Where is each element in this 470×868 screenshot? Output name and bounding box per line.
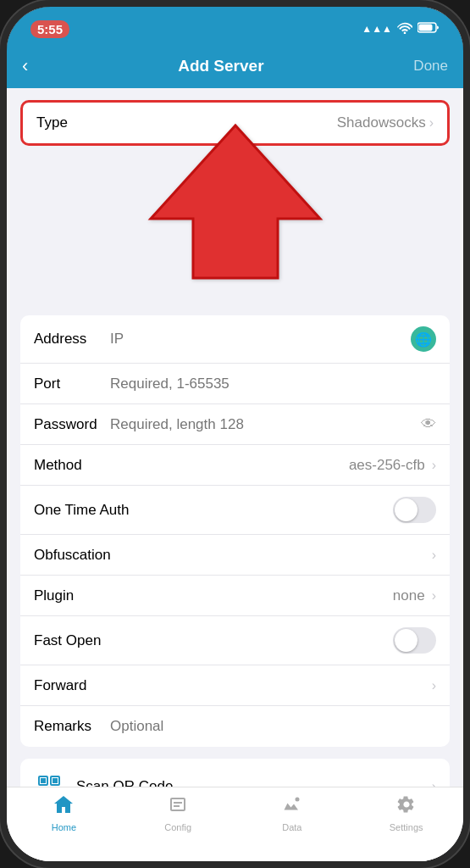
remarks-input[interactable]	[110, 718, 436, 735]
method-row[interactable]: Method aes-256-cfb ›	[20, 445, 450, 486]
wifi-icon	[397, 22, 412, 36]
address-label: Address	[34, 331, 110, 348]
svg-rect-6	[53, 778, 58, 783]
status-time: 5:55	[30, 20, 69, 38]
remarks-label: Remarks	[34, 718, 110, 735]
port-input[interactable]	[110, 376, 436, 392]
plugin-label: Plugin	[34, 587, 110, 604]
nav-bar: ‹ Add Server Done	[7, 44, 463, 88]
method-chevron: ›	[432, 458, 436, 473]
fast-open-toggle-knob	[395, 629, 417, 652]
port-label: Port	[34, 376, 110, 392]
address-row: Address 🌐	[20, 315, 450, 364]
toggle-knob	[395, 498, 417, 521]
type-value: Shadowsocks ›	[337, 114, 434, 131]
tab-settings-label: Settings	[390, 822, 423, 832]
fast-open-row: Fast Open	[20, 616, 450, 665]
type-chevron: ›	[429, 115, 434, 131]
type-row[interactable]: Type Shadowsocks ›	[23, 103, 447, 143]
tab-config-label: Config	[164, 822, 191, 832]
svg-point-14	[295, 798, 299, 802]
forward-label: Forward	[34, 677, 110, 694]
settings-icon	[395, 794, 417, 820]
plugin-row[interactable]: Plugin none ›	[20, 576, 450, 616]
home-icon	[53, 794, 75, 820]
done-button[interactable]: Done	[413, 58, 448, 75]
fast-open-toggle[interactable]	[393, 627, 436, 654]
tab-bar: Home Config Data	[7, 787, 463, 861]
tab-data-label: Data	[282, 822, 301, 832]
password-row: Password 👁	[20, 404, 450, 445]
page-title: Add Server	[178, 57, 263, 75]
type-label: Type	[36, 114, 68, 131]
tab-home[interactable]: Home	[7, 794, 121, 832]
remarks-row: Remarks	[20, 706, 450, 747]
forward-right: ›	[432, 678, 436, 693]
svg-rect-1	[419, 25, 433, 31]
tab-data[interactable]: Data	[235, 794, 350, 832]
svg-rect-4	[41, 778, 46, 783]
back-button[interactable]: ‹	[22, 55, 28, 77]
plugin-value: none ›	[393, 587, 436, 604]
address-input[interactable]	[110, 331, 411, 348]
port-row: Port	[20, 364, 450, 404]
password-input[interactable]	[110, 416, 421, 433]
status-bar: 5:55 ▲▲▲	[7, 7, 463, 44]
method-value: aes-256-cfb ›	[349, 457, 436, 474]
form-section: Address 🌐 Port Password 👁 Method aes-256…	[20, 315, 450, 747]
tab-settings[interactable]: Settings	[349, 794, 463, 832]
svg-marker-2	[151, 125, 320, 278]
one-time-auth-toggle[interactable]	[393, 497, 436, 523]
globe-icon: 🌐	[411, 326, 436, 352]
config-icon	[167, 794, 189, 820]
one-time-auth-label: One Time Auth	[34, 502, 169, 519]
one-time-auth-row: One Time Auth	[20, 486, 450, 535]
status-icons: ▲▲▲	[362, 22, 440, 36]
type-row-container: Type Shadowsocks ›	[20, 100, 450, 146]
signal-icon: ▲▲▲	[362, 23, 392, 35]
fast-open-label: Fast Open	[34, 632, 110, 649]
data-icon	[281, 794, 303, 820]
forward-row[interactable]: Forward ›	[20, 665, 450, 706]
battery-icon	[417, 22, 440, 36]
obfuscation-chevron: ›	[432, 548, 436, 563]
forward-chevron: ›	[432, 678, 436, 693]
tab-config[interactable]: Config	[121, 794, 235, 832]
phone-frame: 5:55 ▲▲▲ ‹ Add Server Done	[0, 0, 470, 868]
one-time-auth-toggle-container	[393, 497, 436, 523]
obfuscation-right: ›	[432, 548, 436, 563]
obfuscation-label: Obfuscation	[34, 547, 111, 564]
plugin-chevron: ›	[432, 588, 436, 604]
method-label: Method	[34, 457, 110, 474]
content-area: Type Shadowsocks › Address 🌐	[7, 88, 463, 868]
obfuscation-row[interactable]: Obfuscation ›	[20, 535, 450, 576]
tab-home-label: Home	[52, 822, 76, 832]
eye-icon[interactable]: 👁	[421, 415, 436, 433]
fast-open-toggle-container	[393, 627, 436, 654]
password-label: Password	[34, 416, 110, 433]
